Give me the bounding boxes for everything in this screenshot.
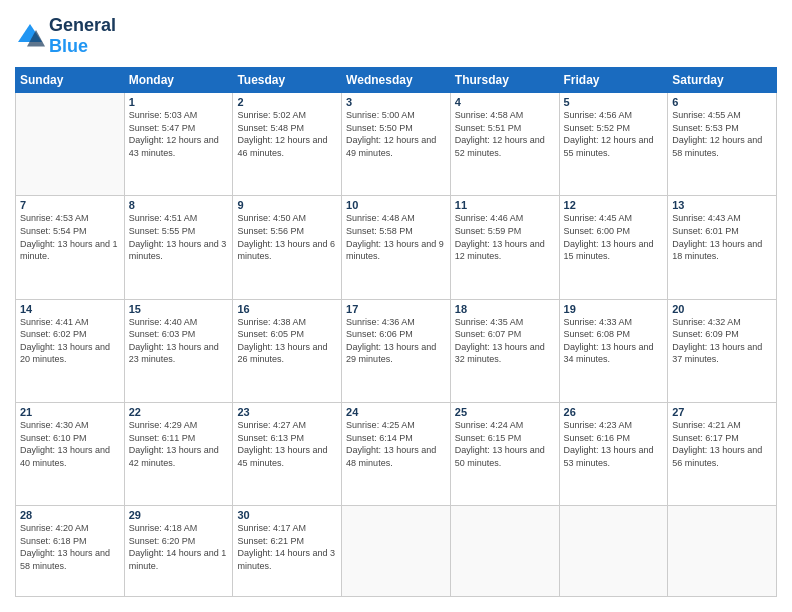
day-info: Sunrise: 4:33 AMSunset: 6:08 PMDaylight:… xyxy=(564,316,664,366)
day-number: 21 xyxy=(20,406,120,418)
calendar-cell: 21Sunrise: 4:30 AMSunset: 6:10 PMDayligh… xyxy=(16,402,125,505)
day-number: 23 xyxy=(237,406,337,418)
calendar-cell xyxy=(559,506,668,597)
weekday-header-thursday: Thursday xyxy=(450,68,559,93)
day-info: Sunrise: 4:58 AMSunset: 5:51 PMDaylight:… xyxy=(455,109,555,159)
calendar-cell: 8Sunrise: 4:51 AMSunset: 5:55 PMDaylight… xyxy=(124,196,233,299)
weekday-header-sunday: Sunday xyxy=(16,68,125,93)
calendar-cell: 11Sunrise: 4:46 AMSunset: 5:59 PMDayligh… xyxy=(450,196,559,299)
day-info: Sunrise: 4:38 AMSunset: 6:05 PMDaylight:… xyxy=(237,316,337,366)
day-info: Sunrise: 4:36 AMSunset: 6:06 PMDaylight:… xyxy=(346,316,446,366)
calendar-cell: 17Sunrise: 4:36 AMSunset: 6:06 PMDayligh… xyxy=(342,299,451,402)
day-info: Sunrise: 4:48 AMSunset: 5:58 PMDaylight:… xyxy=(346,212,446,262)
calendar-cell: 4Sunrise: 4:58 AMSunset: 5:51 PMDaylight… xyxy=(450,93,559,196)
day-number: 11 xyxy=(455,199,555,211)
week-row-5: 28Sunrise: 4:20 AMSunset: 6:18 PMDayligh… xyxy=(16,506,777,597)
week-row-4: 21Sunrise: 4:30 AMSunset: 6:10 PMDayligh… xyxy=(16,402,777,505)
calendar-cell: 27Sunrise: 4:21 AMSunset: 6:17 PMDayligh… xyxy=(668,402,777,505)
calendar-cell: 6Sunrise: 4:55 AMSunset: 5:53 PMDaylight… xyxy=(668,93,777,196)
day-info: Sunrise: 4:51 AMSunset: 5:55 PMDaylight:… xyxy=(129,212,229,262)
calendar-cell: 19Sunrise: 4:33 AMSunset: 6:08 PMDayligh… xyxy=(559,299,668,402)
day-number: 24 xyxy=(346,406,446,418)
day-number: 28 xyxy=(20,509,120,521)
day-number: 13 xyxy=(672,199,772,211)
day-info: Sunrise: 4:55 AMSunset: 5:53 PMDaylight:… xyxy=(672,109,772,159)
calendar-cell xyxy=(342,506,451,597)
day-info: Sunrise: 4:20 AMSunset: 6:18 PMDaylight:… xyxy=(20,522,120,572)
day-info: Sunrise: 4:50 AMSunset: 5:56 PMDaylight:… xyxy=(237,212,337,262)
calendar-cell: 5Sunrise: 4:56 AMSunset: 5:52 PMDaylight… xyxy=(559,93,668,196)
day-number: 9 xyxy=(237,199,337,211)
calendar-cell: 9Sunrise: 4:50 AMSunset: 5:56 PMDaylight… xyxy=(233,196,342,299)
day-number: 29 xyxy=(129,509,229,521)
header: General Blue xyxy=(15,15,777,57)
calendar-cell: 2Sunrise: 5:02 AMSunset: 5:48 PMDaylight… xyxy=(233,93,342,196)
day-info: Sunrise: 4:24 AMSunset: 6:15 PMDaylight:… xyxy=(455,419,555,469)
day-info: Sunrise: 4:45 AMSunset: 6:00 PMDaylight:… xyxy=(564,212,664,262)
day-number: 6 xyxy=(672,96,772,108)
calendar-cell: 30Sunrise: 4:17 AMSunset: 6:21 PMDayligh… xyxy=(233,506,342,597)
calendar-cell: 14Sunrise: 4:41 AMSunset: 6:02 PMDayligh… xyxy=(16,299,125,402)
calendar-cell: 28Sunrise: 4:20 AMSunset: 6:18 PMDayligh… xyxy=(16,506,125,597)
calendar-cell: 13Sunrise: 4:43 AMSunset: 6:01 PMDayligh… xyxy=(668,196,777,299)
calendar-cell: 26Sunrise: 4:23 AMSunset: 6:16 PMDayligh… xyxy=(559,402,668,505)
calendar-cell: 10Sunrise: 4:48 AMSunset: 5:58 PMDayligh… xyxy=(342,196,451,299)
logo: General Blue xyxy=(15,15,116,57)
day-number: 14 xyxy=(20,303,120,315)
calendar-cell xyxy=(450,506,559,597)
calendar-cell: 24Sunrise: 4:25 AMSunset: 6:14 PMDayligh… xyxy=(342,402,451,505)
day-info: Sunrise: 4:17 AMSunset: 6:21 PMDaylight:… xyxy=(237,522,337,572)
weekday-header-row: SundayMondayTuesdayWednesdayThursdayFrid… xyxy=(16,68,777,93)
day-number: 10 xyxy=(346,199,446,211)
day-number: 25 xyxy=(455,406,555,418)
calendar: SundayMondayTuesdayWednesdayThursdayFrid… xyxy=(15,67,777,597)
day-info: Sunrise: 4:35 AMSunset: 6:07 PMDaylight:… xyxy=(455,316,555,366)
day-info: Sunrise: 5:00 AMSunset: 5:50 PMDaylight:… xyxy=(346,109,446,159)
day-number: 20 xyxy=(672,303,772,315)
day-info: Sunrise: 4:18 AMSunset: 6:20 PMDaylight:… xyxy=(129,522,229,572)
logo-text: General Blue xyxy=(49,15,116,57)
weekday-header-monday: Monday xyxy=(124,68,233,93)
day-info: Sunrise: 4:43 AMSunset: 6:01 PMDaylight:… xyxy=(672,212,772,262)
calendar-cell: 23Sunrise: 4:27 AMSunset: 6:13 PMDayligh… xyxy=(233,402,342,505)
logo-icon xyxy=(15,21,45,51)
week-row-3: 14Sunrise: 4:41 AMSunset: 6:02 PMDayligh… xyxy=(16,299,777,402)
day-number: 8 xyxy=(129,199,229,211)
day-info: Sunrise: 4:23 AMSunset: 6:16 PMDaylight:… xyxy=(564,419,664,469)
calendar-cell: 16Sunrise: 4:38 AMSunset: 6:05 PMDayligh… xyxy=(233,299,342,402)
day-info: Sunrise: 4:41 AMSunset: 6:02 PMDaylight:… xyxy=(20,316,120,366)
day-info: Sunrise: 5:02 AMSunset: 5:48 PMDaylight:… xyxy=(237,109,337,159)
day-number: 26 xyxy=(564,406,664,418)
day-info: Sunrise: 4:30 AMSunset: 6:10 PMDaylight:… xyxy=(20,419,120,469)
calendar-cell: 1Sunrise: 5:03 AMSunset: 5:47 PMDaylight… xyxy=(124,93,233,196)
day-info: Sunrise: 4:29 AMSunset: 6:11 PMDaylight:… xyxy=(129,419,229,469)
day-info: Sunrise: 5:03 AMSunset: 5:47 PMDaylight:… xyxy=(129,109,229,159)
day-number: 5 xyxy=(564,96,664,108)
week-row-2: 7Sunrise: 4:53 AMSunset: 5:54 PMDaylight… xyxy=(16,196,777,299)
day-number: 16 xyxy=(237,303,337,315)
weekday-header-wednesday: Wednesday xyxy=(342,68,451,93)
day-info: Sunrise: 4:46 AMSunset: 5:59 PMDaylight:… xyxy=(455,212,555,262)
day-info: Sunrise: 4:21 AMSunset: 6:17 PMDaylight:… xyxy=(672,419,772,469)
day-number: 4 xyxy=(455,96,555,108)
calendar-cell: 25Sunrise: 4:24 AMSunset: 6:15 PMDayligh… xyxy=(450,402,559,505)
day-number: 2 xyxy=(237,96,337,108)
calendar-cell: 22Sunrise: 4:29 AMSunset: 6:11 PMDayligh… xyxy=(124,402,233,505)
day-info: Sunrise: 4:56 AMSunset: 5:52 PMDaylight:… xyxy=(564,109,664,159)
calendar-cell: 12Sunrise: 4:45 AMSunset: 6:00 PMDayligh… xyxy=(559,196,668,299)
page: General Blue SundayMondayTuesdayWednesda… xyxy=(0,0,792,612)
day-number: 18 xyxy=(455,303,555,315)
week-row-1: 1Sunrise: 5:03 AMSunset: 5:47 PMDaylight… xyxy=(16,93,777,196)
day-info: Sunrise: 4:25 AMSunset: 6:14 PMDaylight:… xyxy=(346,419,446,469)
weekday-header-saturday: Saturday xyxy=(668,68,777,93)
day-number: 19 xyxy=(564,303,664,315)
day-info: Sunrise: 4:27 AMSunset: 6:13 PMDaylight:… xyxy=(237,419,337,469)
day-info: Sunrise: 4:40 AMSunset: 6:03 PMDaylight:… xyxy=(129,316,229,366)
day-number: 12 xyxy=(564,199,664,211)
day-number: 30 xyxy=(237,509,337,521)
calendar-cell: 29Sunrise: 4:18 AMSunset: 6:20 PMDayligh… xyxy=(124,506,233,597)
day-number: 17 xyxy=(346,303,446,315)
calendar-cell: 18Sunrise: 4:35 AMSunset: 6:07 PMDayligh… xyxy=(450,299,559,402)
calendar-cell: 20Sunrise: 4:32 AMSunset: 6:09 PMDayligh… xyxy=(668,299,777,402)
weekday-header-friday: Friday xyxy=(559,68,668,93)
